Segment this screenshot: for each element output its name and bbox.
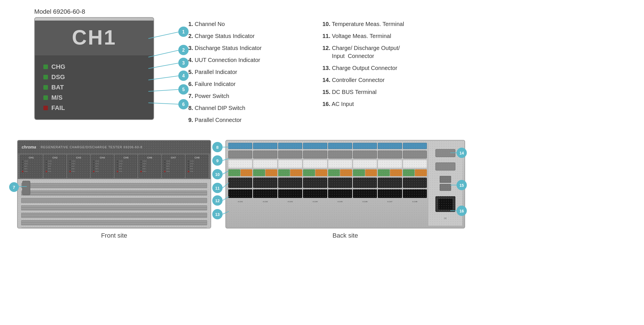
back-right-panel: C€ — [428, 143, 462, 226]
svg-point-21 — [212, 155, 223, 166]
vent-2 — [21, 190, 207, 196]
label-10: 10. Temperature Meas. Terminal — [322, 20, 404, 28]
label-11: 11. Voltage Meas. Terminal — [322, 32, 404, 40]
back-label-strip: A.CH1 A.CH2 A.CH3 A.CH4 A.CH5 A.CH6 A.CH… — [228, 199, 427, 204]
front-ch7-dots: CHG DSG BAT M/S FAIL — [163, 160, 184, 172]
temp-3 — [278, 160, 302, 168]
rj45-3 — [278, 151, 302, 159]
cout-6 — [353, 189, 377, 198]
back-chg-dsg-row — [228, 178, 427, 188]
label-8: 8. Channel DIP Switch — [188, 104, 262, 112]
cout-4 — [303, 189, 327, 198]
labels-left: 1. Channel No 2. Charge Status Indicator… — [188, 20, 262, 124]
rj45-2 — [253, 151, 277, 159]
bls-7: A.CH7 — [378, 201, 402, 202]
volt-g-6 — [353, 169, 365, 176]
cdconn-5 — [328, 178, 352, 188]
fail-label: FAIL — [51, 104, 65, 112]
front-ch8: CH8 CHG DSG BAT M/S FAIL — [186, 155, 208, 178]
temp-8 — [403, 160, 427, 168]
indicator-chg: CHG — [43, 63, 145, 71]
back-rj45-s-1 — [440, 176, 451, 183]
front-ch2: CH2 CHG DSG BAT M/S FAIL — [44, 155, 66, 178]
bls-8: A.CH8 — [403, 201, 427, 202]
channel-header: CH1 — [35, 21, 154, 55]
dip-1 — [228, 143, 252, 149]
chg-dot — [43, 65, 48, 69]
front-ch5-label: CH5 — [123, 156, 128, 159]
label-12: 12. Charge/ Discharge Output/ Input Conn… — [322, 44, 404, 60]
dip-7 — [378, 143, 402, 149]
front-title: REGENERATIVE CHARGE/DISCHARGE TESTER 692… — [41, 145, 143, 149]
volt-g-4 — [303, 169, 315, 176]
svg-point-18 — [212, 142, 223, 152]
label-16: 16. AC Input — [322, 100, 404, 108]
ms-label: M/S — [51, 94, 62, 101]
dsg-label: DSG — [51, 73, 65, 81]
back-voltage-row — [228, 169, 427, 176]
svg-point-6 — [178, 27, 189, 37]
volt-g-8 — [403, 169, 415, 176]
front-section: 7 chroma REGENERATIVE CHARGE/DISCHARGE T… — [17, 140, 211, 239]
channel-indicators: CHG DSG BAT M/S FAIL — [35, 55, 154, 119]
svg-point-30 — [212, 195, 223, 206]
back-ac-inlet — [435, 196, 455, 212]
bls-2: A.CH2 — [253, 201, 277, 202]
label-13: 13. Charge Output Connector — [322, 64, 404, 72]
cdconn-4 — [303, 178, 327, 188]
label-1: 1. Channel No — [188, 20, 262, 28]
vent-4 — [21, 205, 207, 210]
front-channel-bar: CH1 CHG DSG BAT M/S FAIL CH2 CHG DSG — [18, 153, 211, 179]
dip-6 — [353, 143, 377, 149]
front-ch6-dots: CHG DSG BAT M/S FAIL — [139, 160, 160, 172]
temp-7 — [378, 160, 402, 168]
back-db9-2 — [435, 162, 455, 170]
cout-5 — [328, 189, 352, 198]
vent-7 — [21, 228, 207, 228]
back-channels: A.CH1 A.CH2 A.CH3 A.CH4 A.CH5 A.CH6 A.CH… — [228, 143, 427, 226]
front-site-label: Front site — [17, 232, 211, 239]
front-ch3-dots: CHG DSG BAT M/S FAIL — [68, 160, 89, 172]
ce-mark: C€ — [444, 217, 447, 219]
model-label: Model 69206-60-8 — [34, 8, 85, 15]
bls-4: A.CH4 — [303, 201, 327, 202]
volt-g-3 — [278, 169, 290, 176]
rj45-5 — [328, 151, 352, 159]
label-9: 9. Parallel Connector — [188, 116, 262, 124]
channel-panel: CH1 CHG DSG BAT M/S FAIL — [34, 17, 154, 120]
temp-1 — [228, 160, 252, 168]
dip-8 — [403, 143, 427, 149]
front-panel: chroma REGENERATIVE CHARGE/DISCHARGE TES… — [17, 140, 211, 228]
cout-3 — [278, 189, 302, 198]
cout-2 — [253, 189, 277, 198]
svg-text:8: 8 — [216, 145, 219, 150]
front-ch8-dots: CHG DSG BAT M/S FAIL — [187, 160, 207, 172]
svg-text:10: 10 — [215, 172, 220, 177]
volt-o-8 — [415, 169, 427, 176]
dip-4 — [303, 143, 327, 149]
svg-text:2: 2 — [182, 48, 185, 53]
temp-4 — [303, 160, 327, 168]
front-ch1-label: CH1 — [29, 156, 34, 159]
back-inner-layout: A.CH1 A.CH2 A.CH3 A.CH4 A.CH5 A.CH6 A.CH… — [226, 141, 465, 228]
label-15: 15. DC BUS Terminal — [322, 88, 404, 96]
back-panel: A.CH1 A.CH2 A.CH3 A.CH4 A.CH5 A.CH6 A.CH… — [225, 140, 465, 228]
svg-point-33 — [212, 209, 223, 219]
cout-7 — [378, 189, 402, 198]
volt-g-1 — [228, 169, 240, 176]
indicator-bat: BAT — [43, 84, 145, 91]
front-ch1: CH1 CHG DSG BAT M/S FAIL — [20, 155, 43, 178]
label-14: 14. Controller Connector — [322, 76, 404, 84]
volt-g-2 — [253, 169, 265, 176]
cdconn-8 — [403, 178, 427, 188]
svg-text:4: 4 — [182, 73, 185, 78]
svg-text:13: 13 — [215, 212, 220, 217]
back-temp-row — [228, 160, 427, 168]
svg-text:1: 1 — [182, 29, 185, 34]
power-button[interactable] — [22, 181, 30, 195]
front-logo: chroma — [22, 145, 36, 149]
volt-o-5 — [340, 169, 352, 176]
back-db9-1 — [435, 149, 455, 157]
callout-7: 7 — [9, 182, 19, 192]
back-site-label: Back site — [225, 232, 465, 239]
